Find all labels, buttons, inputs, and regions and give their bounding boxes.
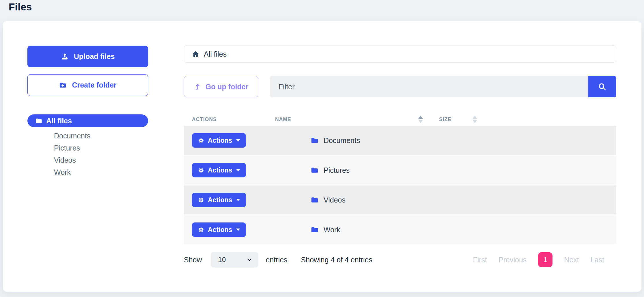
gear-icon bbox=[198, 227, 204, 233]
file-manager-page: Files Upload files bbox=[0, 0, 644, 297]
pagination: FirstPrevious1NextLast bbox=[473, 252, 604, 268]
column-header-actions: ACTIONS bbox=[192, 116, 217, 122]
tree-item-label: Work bbox=[54, 168, 71, 176]
column-header-name[interactable]: NAME bbox=[275, 116, 291, 122]
row-folder-link[interactable]: Videos bbox=[311, 185, 346, 214]
go-up-folder-button[interactable]: Go up folder bbox=[184, 76, 258, 97]
entries-summary: Showing 4 of 4 entries bbox=[301, 256, 372, 264]
tree-item-folder[interactable]: Pictures bbox=[27, 142, 148, 154]
caret-down-icon bbox=[236, 139, 240, 142]
table-row: Actions Pictures bbox=[184, 156, 616, 185]
folder-icon bbox=[311, 196, 319, 204]
row-actions-button[interactable]: Actions bbox=[192, 222, 246, 237]
toolbar: Go up folder bbox=[184, 76, 616, 97]
create-folder-label: Create folder bbox=[72, 81, 116, 89]
row-folder-link[interactable]: Pictures bbox=[311, 156, 350, 185]
column-header-size[interactable]: SIZE bbox=[439, 116, 451, 122]
row-folder-link[interactable]: Documents bbox=[311, 126, 360, 155]
gear-icon bbox=[198, 137, 204, 144]
file-manager-card: Upload files Create folder bbox=[3, 21, 641, 292]
tree-root-label: All files bbox=[46, 117, 72, 125]
table-row: Actions Documents bbox=[184, 126, 616, 155]
page-size-value: 10 bbox=[218, 256, 226, 264]
row-actions-label: Actions bbox=[208, 137, 232, 144]
caret-down-icon bbox=[236, 169, 240, 171]
row-actions-label: Actions bbox=[208, 226, 232, 234]
gear-icon bbox=[198, 167, 204, 174]
tree-children: Documents Pictures Videos Work bbox=[27, 130, 148, 178]
tree-item-folder[interactable]: Documents bbox=[27, 130, 148, 142]
row-folder-name: Work bbox=[324, 226, 340, 234]
folder-icon bbox=[311, 226, 319, 234]
caret-down-icon bbox=[236, 229, 240, 231]
upload-files-button[interactable]: Upload files bbox=[27, 46, 148, 67]
tree-item-folder[interactable]: Videos bbox=[27, 154, 148, 166]
sort-desc-icon bbox=[418, 120, 423, 123]
table-row: Actions Work bbox=[184, 215, 616, 244]
search-button[interactable] bbox=[588, 76, 616, 97]
gear-icon bbox=[198, 197, 204, 203]
caret-down-icon bbox=[236, 199, 240, 201]
table-body: Actions Documents bbox=[184, 126, 616, 244]
tree-item-label: Pictures bbox=[54, 144, 80, 152]
folder-icon bbox=[35, 117, 42, 125]
page-size-select[interactable]: 10 bbox=[211, 252, 258, 268]
pagination-previous-button[interactable]: Previous bbox=[499, 256, 527, 264]
breadcrumb-label: All files bbox=[204, 50, 227, 58]
table-row: Actions Videos bbox=[184, 185, 616, 214]
main-panel: All files Go up folder bbox=[184, 45, 616, 268]
table-header-row: ACTIONS NAME SIZE bbox=[184, 112, 616, 126]
row-actions-label: Actions bbox=[208, 166, 232, 174]
sort-asc-icon bbox=[473, 116, 477, 119]
row-actions-button[interactable]: Actions bbox=[192, 193, 246, 207]
upload-files-label: Upload files bbox=[74, 52, 115, 61]
row-actions-label: Actions bbox=[208, 196, 232, 204]
filter-input[interactable] bbox=[270, 76, 588, 97]
sort-desc-icon bbox=[473, 120, 477, 123]
row-actions-button[interactable]: Actions bbox=[192, 133, 246, 148]
sort-indicator-name-icon[interactable] bbox=[418, 116, 423, 123]
row-actions-button[interactable]: Actions bbox=[192, 163, 246, 177]
pagination-first-button[interactable]: First bbox=[473, 256, 487, 264]
create-folder-button[interactable]: Create folder bbox=[27, 74, 148, 96]
home-icon bbox=[192, 50, 199, 58]
tree-item-folder[interactable]: Work bbox=[27, 166, 148, 178]
table-footer: Show 10 entries Showing 4 of 4 entries F… bbox=[184, 252, 616, 268]
breadcrumb[interactable]: All files bbox=[184, 45, 616, 63]
tree-item-label: Videos bbox=[54, 156, 76, 164]
folder-icon bbox=[311, 136, 319, 144]
sidebar: Upload files Create folder bbox=[27, 46, 148, 178]
sort-asc-icon bbox=[418, 116, 423, 119]
pagination-next-button[interactable]: Next bbox=[564, 256, 579, 264]
upload-icon bbox=[61, 53, 69, 60]
row-folder-link[interactable]: Work bbox=[311, 215, 340, 244]
folder-tree: All files Documents Pictures Videos Work bbox=[27, 114, 148, 178]
go-up-folder-label: Go up folder bbox=[206, 83, 249, 91]
tree-item-label: Documents bbox=[54, 132, 90, 140]
pagination-last-button[interactable]: Last bbox=[591, 256, 604, 264]
sort-indicator-size-icon[interactable] bbox=[473, 116, 477, 123]
chevron-down-icon bbox=[246, 257, 253, 263]
search-icon bbox=[598, 82, 606, 91]
folder-plus-icon bbox=[59, 81, 67, 89]
pagination-current-page[interactable]: 1 bbox=[538, 252, 552, 267]
entries-label: entries bbox=[266, 256, 288, 264]
filter-group bbox=[270, 76, 616, 97]
row-folder-name: Documents bbox=[324, 136, 360, 145]
tree-item-all-files[interactable]: All files bbox=[27, 114, 148, 127]
show-label: Show bbox=[184, 256, 202, 264]
row-folder-name: Pictures bbox=[324, 166, 350, 175]
row-folder-name: Videos bbox=[324, 196, 346, 204]
folder-icon bbox=[311, 166, 319, 174]
arrow-turn-up-icon bbox=[194, 83, 201, 90]
page-title: Files bbox=[9, 1, 32, 13]
